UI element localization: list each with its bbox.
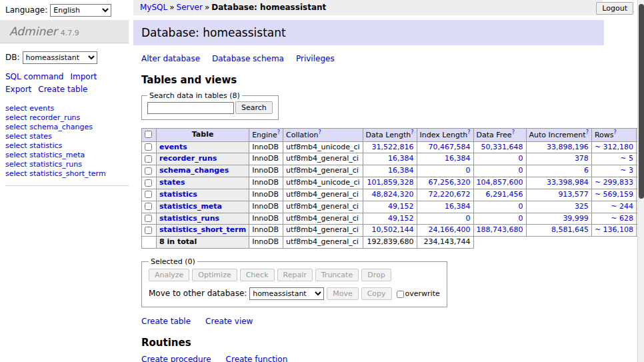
rows-count-link[interactable]: ~ 299,833	[595, 178, 633, 187]
row-select-checkbox[interactable]	[145, 155, 152, 163]
index-length-link[interactable]: 70,467,584	[429, 143, 471, 151]
table-link[interactable]: states	[29, 132, 52, 141]
scrollbar-thumb[interactable]	[639, 4, 644, 199]
data-length-link[interactable]: 49,152	[388, 214, 414, 223]
rows-count-link[interactable]: ~ 136,108	[595, 225, 633, 234]
select-link[interactable]: select	[5, 160, 27, 169]
row-select-checkbox[interactable]	[145, 203, 152, 210]
rows-count-link[interactable]: ~ 628	[611, 214, 633, 223]
table-name-link[interactable]: events	[159, 143, 187, 151]
table-link[interactable]: schema_changes	[29, 123, 93, 131]
index-length-link[interactable]: 67,256,320	[429, 178, 471, 187]
help-link[interactable]: ?	[467, 129, 470, 135]
breadcrumb-mysql-link[interactable]: MySQL	[140, 3, 167, 12]
select-link[interactable]: select	[5, 132, 27, 141]
truncate-button[interactable]: Truncate	[315, 269, 359, 281]
create-function-link[interactable]: Create function	[226, 355, 288, 362]
row-select-checkbox[interactable]	[145, 167, 152, 175]
table-link[interactable]: statistics_meta	[29, 151, 85, 159]
data-free-link[interactable]: 0	[519, 154, 523, 163]
create-table-link[interactable]: Create table	[141, 317, 191, 326]
optimize-button[interactable]: Optimize	[192, 269, 237, 281]
index-length-link[interactable]: 72,220,672	[429, 190, 471, 199]
overwrite-option[interactable]: overwrite	[397, 289, 440, 298]
move-button[interactable]: Move	[327, 287, 359, 300]
language-select[interactable]: English	[50, 4, 111, 17]
table-name-link[interactable]: statistics_meta	[159, 202, 222, 211]
help-link[interactable]: ?	[586, 129, 589, 135]
create-view-link[interactable]: Create view	[205, 317, 253, 326]
select-link[interactable]: select	[5, 123, 27, 131]
auto-increment-link[interactable]: 33,898,196	[547, 143, 589, 151]
select-link[interactable]: select	[5, 151, 27, 159]
index-length-link[interactable]: 24,166,400	[429, 225, 471, 234]
sidebar-link-sql-command[interactable]: SQL command	[5, 72, 63, 81]
alter-database-link[interactable]: Alter database	[141, 54, 200, 63]
row-select-checkbox[interactable]	[145, 143, 152, 151]
help-link[interactable]: ?	[277, 129, 280, 135]
auto-increment-link[interactable]: 6	[584, 166, 589, 175]
analyze-button[interactable]: Analyze	[149, 269, 189, 281]
data-length-link[interactable]: 49,152	[388, 202, 414, 211]
create-procedure-link[interactable]: Create procedure	[141, 355, 211, 362]
data-free-link[interactable]: 0	[519, 166, 523, 175]
row-select-checkbox[interactable]	[145, 179, 152, 187]
table-name-link[interactable]: recorder_runs	[159, 154, 217, 163]
table-link[interactable]: statistics_runs	[29, 160, 82, 169]
select-all-checkbox[interactable]	[145, 131, 152, 138]
rows-count-link[interactable]: ~ 3	[620, 166, 633, 175]
data-free-link[interactable]: 6,291,456	[486, 190, 523, 199]
logout-button[interactable]: Logout	[596, 2, 633, 15]
db-select[interactable]: homeassistant	[23, 51, 97, 64]
copy-button[interactable]: Copy	[361, 287, 392, 300]
select-link[interactable]: select	[5, 169, 27, 178]
data-length-link[interactable]: 101,859,328	[367, 178, 414, 187]
sidebar-link-export[interactable]: Export	[5, 85, 31, 94]
data-free-link[interactable]: 104,857,600	[477, 178, 523, 187]
data-length-link[interactable]: 31,522,816	[372, 143, 414, 151]
index-length-link[interactable]: 16,384	[445, 154, 471, 163]
data-free-link[interactable]: 188,743,680	[477, 225, 523, 234]
table-link[interactable]: statistics_short_term	[29, 169, 105, 178]
auto-increment-link[interactable]: 325	[575, 202, 589, 211]
help-link[interactable]: ?	[613, 129, 616, 135]
index-length-link[interactable]: 16,384	[445, 202, 471, 211]
select-link[interactable]: select	[5, 104, 27, 113]
database-schema-link[interactable]: Database schema	[212, 54, 284, 63]
table-name-link[interactable]: statistics_runs	[159, 214, 219, 223]
table-link[interactable]: statistics	[29, 141, 62, 150]
sidebar-link-import[interactable]: Import	[70, 72, 97, 81]
scrollbar[interactable]	[637, 0, 644, 362]
select-link[interactable]: select	[5, 113, 27, 122]
table-link[interactable]: recorder_runs	[29, 113, 80, 122]
auto-increment-link[interactable]: 33,398,984	[547, 178, 589, 187]
data-length-link[interactable]: 16,384	[388, 166, 414, 175]
rows-count-link[interactable]: ~ 5	[620, 154, 633, 163]
table-name-link[interactable]: schema_changes	[159, 166, 229, 175]
select-link[interactable]: select	[5, 141, 27, 150]
auto-increment-link[interactable]: 8,581,645	[551, 225, 589, 234]
rows-count-link[interactable]: ~ 569,159	[595, 190, 633, 199]
auto-increment-link[interactable]: 39,999	[563, 214, 589, 223]
table-link[interactable]: events	[29, 104, 54, 113]
row-select-checkbox[interactable]	[145, 227, 152, 234]
rows-count-link[interactable]: ~ 244	[611, 202, 633, 211]
search-input[interactable]	[147, 102, 234, 114]
data-length-link[interactable]: 48,824,320	[372, 190, 414, 199]
privileges-link[interactable]: Privileges	[296, 54, 335, 63]
move-db-select[interactable]: homeassistant	[249, 287, 324, 300]
table-name-link[interactable]: states	[159, 178, 185, 187]
index-length-link[interactable]: 0	[466, 214, 471, 223]
table-name-link[interactable]: statistics	[159, 190, 197, 199]
repair-button[interactable]: Repair	[277, 269, 313, 281]
row-select-checkbox[interactable]	[145, 215, 152, 222]
drop-button[interactable]: Drop	[361, 269, 391, 281]
index-length-link[interactable]: 0	[466, 166, 471, 175]
search-button[interactable]: Search	[235, 101, 273, 114]
table-name-link[interactable]: statistics_short_term	[159, 225, 246, 234]
data-length-link[interactable]: 16,384	[388, 154, 414, 163]
row-select-checkbox[interactable]	[145, 191, 152, 198]
data-free-link[interactable]: 0	[519, 214, 523, 223]
help-link[interactable]: ?	[512, 129, 515, 135]
breadcrumb-server-link[interactable]: Server	[177, 3, 203, 12]
